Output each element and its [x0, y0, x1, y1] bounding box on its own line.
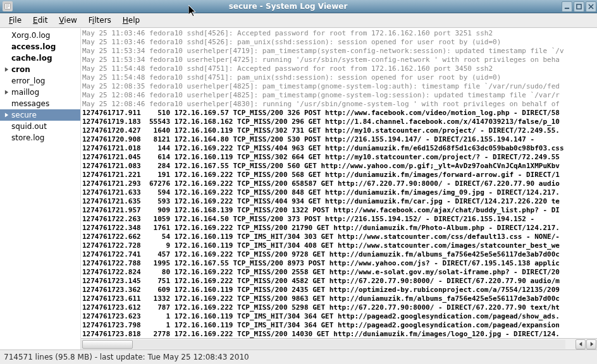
scroll-left-button[interactable]: [575, 339, 586, 349]
log-line: 1274761721.293 67276 172.16.169.222 TCP_…: [82, 179, 597, 188]
svg-marker-8: [4, 68, 8, 72]
status-bar: 714571 lines (95.8 MB) - last update: Tu…: [0, 349, 597, 364]
log-line: 1274761722.348 1761 172.16.169.222 TCP_M…: [82, 224, 597, 233]
scroll-thumb[interactable]: [82, 340, 133, 349]
menu-file[interactable]: File: [4, 15, 27, 26]
log-line: May 25 12:08:35 fedora10 userhelper[4825…: [82, 82, 597, 91]
sidebar-item-xorg-0-log[interactable]: Xorg.0.log: [0, 30, 80, 41]
sidebar-item-label: cache.log: [11, 54, 52, 63]
log-line: May 25 11:54:48 fedora10 sshd[4751]: pam…: [82, 73, 597, 82]
sidebar-item-label: Xorg.0.log: [11, 31, 50, 40]
log-line: 1274761721.635 593 172.16.169.222 TCP_MI…: [82, 197, 597, 206]
app-icon: [3, 1, 13, 11]
expander-icon[interactable]: [3, 67, 10, 72]
sidebar-item-cron[interactable]: cron: [0, 64, 80, 75]
sidebar-item-error-log[interactable]: error_log: [0, 75, 80, 87]
log-text[interactable]: May 25 11:03:46 fedora10 sshd[4526]: Acc…: [81, 28, 597, 338]
window-title: secure - System Log Viewer: [15, 2, 561, 11]
log-line: 1274761722.728 9 172.16.160.119 TCP_IMS_…: [82, 241, 597, 250]
log-line: 1274761720.908 8121 172.16.164.80 TCP_MI…: [82, 135, 597, 144]
svg-marker-10: [4, 113, 8, 118]
log-line: 1274761717.911 510 172.16.169.57 TCP_MIS…: [82, 109, 597, 118]
sidebar-item-squid-out[interactable]: squid.out: [0, 121, 80, 132]
log-line: 1274761721.018 144 172.16.169.222 TCP_MI…: [82, 144, 597, 153]
log-line: 1274761723.798 1 172.16.160.119 TCP_IMS_…: [82, 321, 597, 330]
sidebar-item-messages[interactable]: messages: [0, 98, 80, 109]
log-line: 1274761721.957 909 172.16.168.139 TCP_MI…: [82, 206, 597, 215]
log-line: May 25 12:08:46 fedora10 userhelper[4830…: [82, 100, 597, 109]
menu-edit[interactable]: Edit: [28, 15, 52, 26]
sidebar-item-label: messages: [11, 99, 49, 108]
sidebar-item-label: error_log: [11, 76, 45, 85]
log-line: 1274761722.824 80 172.16.169.222 TCP_MIS…: [82, 268, 597, 277]
sidebar: Xorg.0.logaccess.logcache.logcronerror_l…: [0, 28, 81, 349]
svg-marker-11: [579, 342, 581, 346]
log-line: May 25 11:53:34 fedora10 userhelper[4725…: [82, 56, 597, 64]
svg-marker-9: [4, 90, 8, 95]
sidebar-item-secure[interactable]: secure: [0, 109, 80, 121]
work-area: Xorg.0.logaccess.logcache.logcronerror_l…: [0, 28, 597, 349]
sidebar-item-label: cron: [11, 65, 30, 74]
log-line: 1274761723.612 787 172.16.169.222 TCP_MI…: [82, 303, 597, 312]
sidebar-item-maillog[interactable]: maillog: [0, 87, 80, 98]
log-line: 1274761721.221 191 172.16.169.222 TCP_MI…: [82, 171, 597, 179]
menu-bar: File Edit View Filters Help: [0, 13, 597, 28]
minimize-button[interactable]: [562, 1, 572, 12]
scroll-right-button[interactable]: [586, 339, 596, 349]
svg-rect-5: [577, 4, 581, 8]
expander-icon[interactable]: [3, 112, 10, 118]
sidebar-item-store-log[interactable]: store.log: [0, 132, 80, 143]
log-line: May 25 11:53:34 fedora10 userhelper[4719…: [82, 47, 597, 56]
log-line: May 25 12:08:46 fedora10 userhelper[4825…: [82, 91, 597, 100]
svg-marker-12: [590, 342, 593, 346]
log-line: 1274761722.263 1059 172.16.164.50 TCP_MI…: [82, 215, 597, 224]
log-line: May 25 11:54:48 fedora10 sshd[4751]: Acc…: [82, 64, 597, 73]
sidebar-item-label: access.log: [11, 42, 56, 51]
log-line: 1274761722.788 1995 172.16.167.55 TCP_MI…: [82, 259, 597, 268]
scroll-track[interactable]: [81, 340, 565, 349]
menu-filters[interactable]: Filters: [83, 15, 116, 26]
title-bar: secure - System Log Viewer: [0, 0, 597, 13]
sidebar-item-label: secure: [11, 111, 37, 119]
log-line: 1274761723.362 609 172.16.160.119 TCP_MI…: [82, 286, 597, 294]
log-line: May 25 11:03:46 fedora10 sshd[4526]: Acc…: [82, 29, 597, 38]
menu-view[interactable]: View: [54, 15, 82, 26]
log-line: 1274761720.427 1640 172.16.160.119 TCP_M…: [82, 126, 597, 135]
log-line: 1274761719.183 55543 172.16.168.162 TCP_…: [82, 118, 597, 126]
log-pane-container: May 25 11:03:46 fedora10 sshd[4526]: Acc…: [81, 28, 597, 349]
log-line: 1274761722.662 54 172.16.160.119 TCP_IMS…: [82, 233, 597, 241]
sidebar-item-label: maillog: [11, 88, 39, 97]
horizontal-scrollbar[interactable]: [81, 338, 597, 349]
log-line: 1274761723.818 2778 172.16.169.222 TCP_M…: [82, 330, 597, 338]
log-line: 1274761723.623 1 172.16.160.119 TCP_IMS_…: [82, 312, 597, 321]
log-line: 1274761721.633 594 172.16.169.222 TCP_MI…: [82, 188, 597, 197]
maximize-button[interactable]: [574, 1, 584, 12]
sidebar-item-cache-log[interactable]: cache.log: [0, 52, 80, 64]
log-line: 1274761721.045 614 172.16.160.119 TCP_MI…: [82, 153, 597, 162]
expander-icon[interactable]: [3, 90, 10, 95]
log-line: 1274761722.741 457 172.16.169.222 TCP_MI…: [82, 250, 597, 259]
sidebar-item-access-log[interactable]: access.log: [0, 41, 80, 52]
sidebar-item-label: store.log: [11, 133, 44, 142]
log-line: May 25 11:03:46 fedora10 sshd[4526]: pam…: [82, 38, 597, 47]
close-button[interactable]: [586, 1, 596, 12]
status-text: 714571 lines (95.8 MB) - last update: Tu…: [4, 353, 249, 361]
log-line: 1274761721.083 284 172.16.167.55 TCP_MIS…: [82, 162, 597, 171]
sidebar-item-label: squid.out: [11, 122, 47, 131]
log-line: 1274761723.145 751 172.16.169.222 TCP_MI…: [82, 277, 597, 286]
menu-help[interactable]: Help: [118, 15, 145, 26]
log-line: 1274761723.611 1332 172.16.169.222 TCP_M…: [82, 294, 597, 303]
